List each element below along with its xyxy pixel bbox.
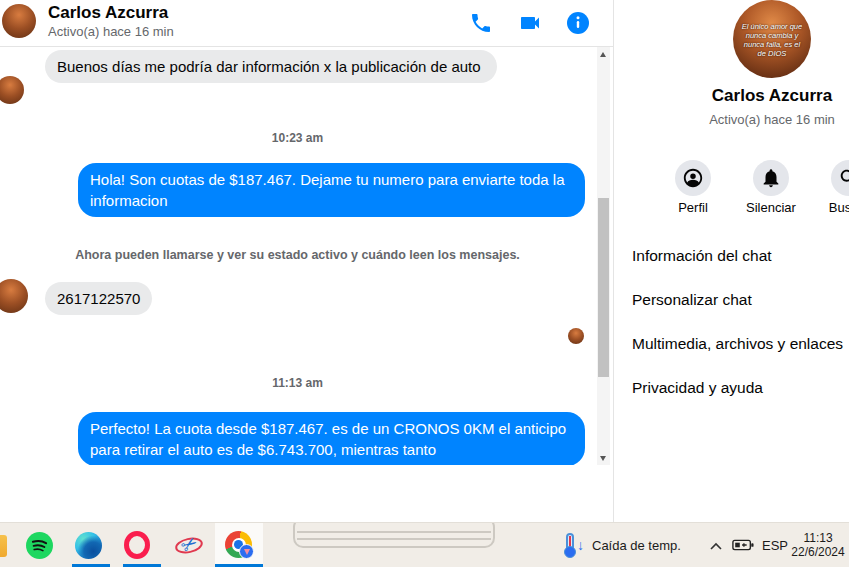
read-receipt-avatar (568, 328, 584, 344)
avatar-caption: El único amor que nunca cambia y nunca f… (739, 22, 805, 58)
edge-icon[interactable] (75, 532, 102, 559)
chat-header: Carlos Azcurra Activo(a) hace 16 min (0, 0, 613, 47)
weather-temperature-icon[interactable]: ↓ (563, 533, 585, 556)
sender-avatar (0, 76, 24, 104)
menu-item-chat-info[interactable]: Información del chat (632, 247, 849, 265)
search-button[interactable] (831, 160, 849, 196)
conversation-info-panel: El único amor que nunca cambia y nunca f… (615, 0, 849, 522)
search-button-label: Buscar (809, 200, 849, 215)
clock-time: 11:13 (791, 531, 845, 545)
timestamp: 11:13 am (0, 376, 595, 390)
profile-avatar[interactable]: El único amor que nunca cambia y nunca f… (733, 0, 811, 78)
system-message: Ahora pueden llamarse y ver su estado ac… (0, 248, 595, 262)
mute-button[interactable] (753, 160, 789, 196)
received-message[interactable]: 2617122570 (45, 282, 152, 315)
clock-date: 22/6/2024 (791, 545, 845, 559)
profile-button[interactable] (675, 160, 711, 196)
background-sketch (293, 522, 495, 548)
sender-avatar (0, 279, 28, 313)
sent-message[interactable]: Perfecto! La cuota desde $187.467. es de… (78, 412, 585, 465)
bell-icon (760, 167, 782, 189)
phone-call-icon[interactable] (469, 11, 493, 35)
conversation-info-icon[interactable] (566, 11, 590, 35)
search-icon (838, 167, 849, 189)
video-call-icon[interactable] (518, 11, 542, 35)
profile-status: Activo(a) hace 16 min (615, 112, 849, 127)
keyboard-language[interactable]: ESP (762, 538, 788, 553)
chrome-badge (239, 544, 254, 559)
chat-scrollbar[interactable] (597, 47, 610, 465)
scroll-down-arrow[interactable] (597, 451, 610, 465)
received-message[interactable]: Buenos días me podría dar información x … (45, 50, 497, 83)
message-list: Buenos días me podría dar información x … (0, 47, 613, 465)
snipping-tool-icon[interactable]: ✂ (174, 531, 206, 561)
battery-icon[interactable] (732, 539, 754, 551)
profile-name: Carlos Azcurra (615, 86, 849, 106)
menu-item-media-files-links[interactable]: Multimedia, archivos y enlaces (632, 335, 849, 353)
composer-bar: GIF (0, 465, 613, 522)
tray-chevron-up-icon[interactable] (709, 541, 723, 551)
folder-icon[interactable] (0, 535, 7, 557)
sent-message[interactable]: Hola! Son cuotas de $187.467. Dejame tu … (78, 163, 585, 217)
contact-status: Activo(a) hace 16 min (48, 24, 174, 39)
scrollbar-thumb[interactable] (598, 198, 609, 377)
chrome-icon[interactable] (215, 523, 263, 567)
scroll-up-arrow[interactable] (597, 47, 610, 61)
clock[interactable]: 11:13 22/6/2024 (791, 531, 845, 559)
weather-status-text[interactable]: Caída de temp. (592, 538, 681, 553)
contact-name[interactable]: Carlos Azcurra (48, 3, 168, 23)
messenger-window: Carlos Azcurra Activo(a) hace 16 min Bue… (0, 0, 849, 522)
menu-item-customize-chat[interactable]: Personalizar chat (632, 291, 849, 309)
spotify-icon[interactable] (26, 532, 53, 559)
chat-column: Carlos Azcurra Activo(a) hace 16 min Bue… (0, 0, 613, 522)
panel-divider (613, 0, 614, 522)
timestamp: 10:23 am (0, 131, 595, 145)
mute-button-label: Silenciar (731, 200, 811, 215)
menu-item-privacy-help[interactable]: Privacidad y ayuda (632, 379, 849, 397)
person-icon (682, 167, 704, 189)
profile-button-label: Perfil (653, 200, 733, 215)
windows-taskbar: ✂ ↓ Caída de temp. ESP 11:13 22/6/2024 (0, 522, 849, 567)
contact-avatar[interactable] (2, 4, 36, 38)
opera-icon[interactable] (124, 531, 150, 559)
